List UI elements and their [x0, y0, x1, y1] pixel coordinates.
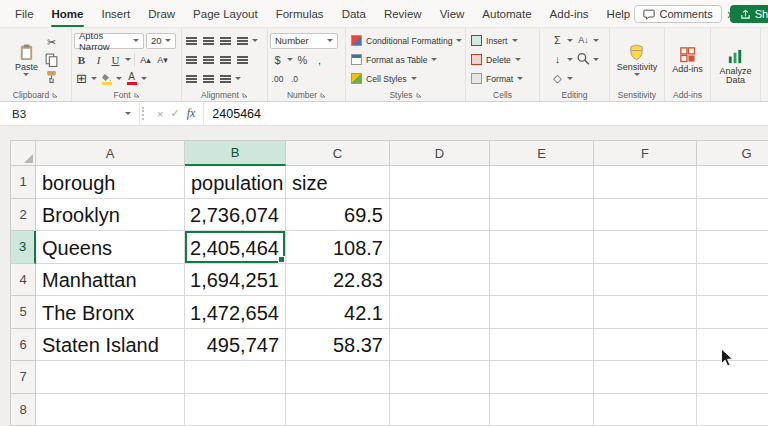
row-header-6[interactable]: 6 — [10, 329, 36, 362]
styles-dialog-launcher[interactable] — [416, 92, 422, 98]
alignment-dialog-launcher[interactable] — [242, 92, 248, 98]
top-align-button[interactable] — [184, 33, 199, 49]
cell-styles-button[interactable]: Cell Styles — [348, 70, 463, 88]
row-header-5[interactable]: 5 — [10, 296, 36, 329]
cell-A6[interactable]: Staten Island — [36, 329, 185, 362]
orientation-dropdown-icon[interactable] — [252, 39, 258, 42]
cell-A4[interactable]: Manhattan — [36, 264, 185, 297]
enter-icon[interactable]: ✓ — [170, 107, 179, 120]
decrease-decimal-button[interactable]: .0 — [287, 71, 302, 87]
increase-indent-button[interactable] — [201, 71, 216, 87]
merge-center-button[interactable] — [218, 71, 233, 87]
sort-filter-button[interactable]: A↓ — [576, 32, 591, 48]
menu-tab-review[interactable]: Review — [375, 0, 431, 27]
accounting-format-button[interactable]: $ — [270, 52, 285, 68]
cell-C1[interactable]: size — [286, 166, 390, 199]
cell-D1[interactable] — [390, 166, 490, 199]
cell-C3[interactable]: 108.7 — [286, 231, 390, 264]
row-header-8[interactable]: 8 — [10, 394, 36, 426]
fill-button[interactable]: ↓ — [550, 51, 565, 67]
menu-tab-automate[interactable]: Automate — [473, 0, 540, 27]
cell-B6[interactable]: 495,747 — [185, 329, 286, 362]
delete-cells-button[interactable]: Delete — [468, 51, 537, 69]
cell-B8[interactable] — [185, 394, 286, 426]
cell-G1[interactable] — [697, 166, 768, 199]
bottom-align-button[interactable] — [218, 33, 233, 49]
cell-C4[interactable]: 22.83 — [286, 264, 390, 297]
cell-C8[interactable] — [286, 394, 390, 426]
paste-button[interactable]: Paste — [12, 31, 41, 88]
cell-G2[interactable] — [697, 199, 768, 232]
number-format-select[interactable]: Number — [270, 33, 338, 49]
formula-input[interactable]: 2405464 — [204, 102, 768, 125]
cell-D5[interactable] — [390, 296, 490, 329]
cell-A1[interactable]: borough — [36, 166, 185, 199]
cell-A2[interactable]: Brooklyn — [36, 199, 185, 232]
accounting-dropdown-icon[interactable] — [287, 58, 293, 61]
conditional-formatting-button[interactable]: Conditional Formatting — [348, 32, 463, 50]
orientation-button[interactable] — [235, 33, 250, 49]
format-painter-icon[interactable] — [44, 69, 59, 85]
comma-style-button[interactable]: , — [312, 52, 327, 68]
copy-icon[interactable] — [44, 52, 59, 68]
cell-F5[interactable] — [594, 296, 697, 329]
addins-button[interactable]: Add-ins — [669, 31, 706, 88]
share-button[interactable]: Share — [730, 5, 768, 23]
row-header-2[interactable]: 2 — [10, 199, 36, 232]
cell-D8[interactable] — [390, 394, 490, 426]
cell-A5[interactable]: The Bronx — [36, 296, 185, 329]
format-cells-button[interactable]: Format — [468, 70, 537, 88]
underline-button[interactable]: U — [108, 52, 123, 68]
cell-G3[interactable] — [697, 231, 768, 264]
align-center-button[interactable] — [201, 52, 216, 68]
column-header-A[interactable]: A — [36, 140, 185, 166]
row-header-4[interactable]: 4 — [10, 264, 36, 297]
fill-color-dropdown-icon[interactable] — [116, 77, 122, 80]
cell-C6[interactable]: 58.37 — [286, 329, 390, 362]
find-select-dropdown-icon[interactable] — [593, 58, 599, 61]
name-box[interactable]: B3 — [0, 102, 140, 125]
cell-B1[interactable]: population — [185, 166, 286, 199]
format-as-table-button[interactable]: Format as Table — [348, 51, 463, 69]
column-header-C[interactable]: C — [286, 140, 390, 166]
cell-D4[interactable] — [390, 264, 490, 297]
decrease-font-button[interactable]: A▾ — [155, 52, 170, 68]
font-size-select[interactable]: 20 — [146, 33, 176, 49]
menu-tab-add-ins[interactable]: Add-ins — [541, 0, 598, 27]
underline-dropdown-icon[interactable] — [125, 58, 131, 61]
fill-dropdown-icon[interactable] — [567, 58, 573, 61]
clear-dropdown-icon[interactable] — [567, 77, 573, 80]
cell-G5[interactable] — [697, 296, 768, 329]
wrap-text-button[interactable] — [235, 52, 250, 68]
column-header-B[interactable]: B — [185, 140, 286, 166]
cell-C7[interactable] — [286, 361, 390, 394]
cell-E8[interactable] — [490, 394, 594, 426]
sort-filter-dropdown-icon[interactable] — [593, 39, 599, 42]
cell-B7[interactable] — [185, 361, 286, 394]
clear-button[interactable]: ◇ — [550, 70, 565, 86]
cell-E1[interactable] — [490, 166, 594, 199]
cell-E3[interactable] — [490, 231, 594, 264]
column-header-D[interactable]: D — [390, 140, 490, 166]
align-right-button[interactable] — [218, 52, 233, 68]
cell-A8[interactable] — [36, 394, 185, 426]
increase-font-button[interactable]: A▴ — [138, 52, 153, 68]
find-select-button[interactable] — [576, 51, 591, 67]
cell-D6[interactable] — [390, 329, 490, 362]
menu-tab-draw[interactable]: Draw — [139, 0, 184, 27]
cut-icon[interactable]: ✂ — [44, 35, 59, 51]
formula-bar-resizer[interactable] — [142, 107, 147, 120]
cell-D2[interactable] — [390, 199, 490, 232]
cell-G4[interactable] — [697, 264, 768, 297]
middle-align-button[interactable] — [201, 33, 216, 49]
increase-decimal-button[interactable]: .00 — [270, 71, 285, 87]
autosum-dropdown-icon[interactable] — [567, 39, 573, 42]
menu-tab-view[interactable]: View — [431, 0, 474, 27]
font-color-dropdown-icon[interactable] — [141, 77, 147, 80]
borders-button[interactable]: ⊞ — [74, 71, 89, 87]
cell-G8[interactable] — [697, 394, 768, 426]
bold-button[interactable]: B — [74, 52, 89, 68]
row-header-7[interactable]: 7 — [10, 361, 36, 394]
cell-B2[interactable]: 2,736,074 — [185, 199, 286, 232]
column-header-F[interactable]: F — [594, 140, 697, 166]
